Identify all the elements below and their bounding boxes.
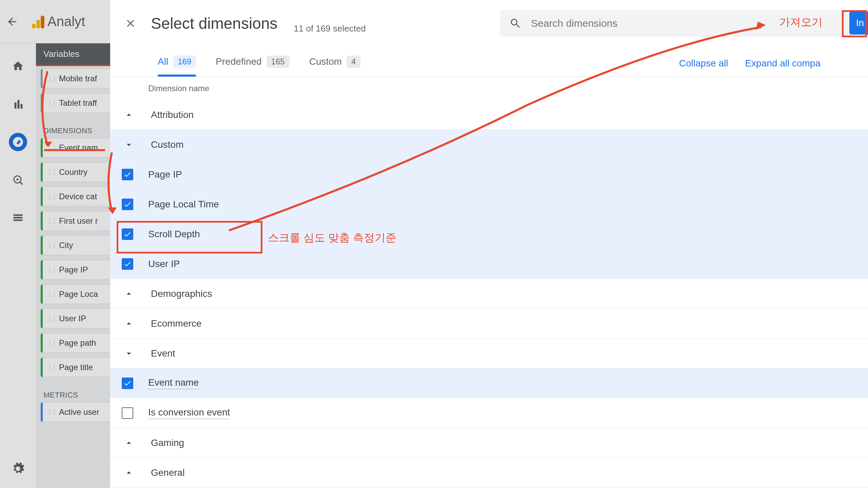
select-dimensions-dialog: Select dimensions 11 of 169 selected In … bbox=[110, 0, 868, 488]
chevron-down-icon bbox=[122, 346, 136, 361]
filter-tabs: All169 Predefined165 Custom4 Collapse al… bbox=[110, 43, 868, 77]
item-event-name[interactable]: Event name bbox=[110, 368, 868, 398]
group-demographics[interactable]: Demographics bbox=[110, 279, 868, 309]
close-button[interactable] bbox=[122, 15, 139, 32]
search-input[interactable] bbox=[531, 18, 846, 29]
checkbox-checked[interactable] bbox=[122, 199, 133, 210]
checkbox-checked[interactable] bbox=[122, 228, 133, 240]
chevron-up-icon bbox=[122, 466, 136, 480]
chevron-down-icon bbox=[122, 138, 136, 152]
group-event[interactable]: Event bbox=[110, 339, 868, 368]
chevron-up-icon bbox=[122, 287, 136, 301]
import-button[interactable]: In bbox=[849, 12, 868, 35]
item-page-ip[interactable]: Page IP bbox=[110, 160, 868, 189]
item-user-ip[interactable]: User IP bbox=[110, 249, 868, 279]
group-attribution[interactable]: Attribution bbox=[110, 100, 868, 130]
checkbox-checked[interactable] bbox=[122, 378, 133, 389]
dialog-subtitle: 11 of 169 selected bbox=[294, 23, 366, 37]
chevron-up-icon bbox=[122, 436, 136, 450]
checkbox-checked[interactable] bbox=[122, 258, 133, 270]
search-box[interactable] bbox=[500, 10, 856, 37]
group-ecommerce[interactable]: Ecommerce bbox=[110, 309, 868, 339]
close-icon bbox=[124, 17, 137, 29]
tab-predefined[interactable]: Predefined165 bbox=[216, 50, 289, 77]
tab-custom[interactable]: Custom4 bbox=[309, 50, 361, 77]
collapse-all-button[interactable]: Collapse all bbox=[679, 58, 728, 69]
group-custom[interactable]: Custom bbox=[110, 130, 868, 160]
item-is-conversion-event[interactable]: Is conversion event bbox=[110, 398, 868, 428]
group-gaming[interactable]: Gaming bbox=[110, 428, 868, 458]
expand-all-button[interactable]: Expand all compa bbox=[745, 58, 821, 69]
search-icon bbox=[509, 17, 521, 29]
chevron-up-icon bbox=[122, 317, 136, 331]
item-page-local-time[interactable]: Page Local Time bbox=[110, 189, 868, 219]
chevron-up-icon bbox=[122, 108, 136, 122]
checkbox-checked[interactable] bbox=[122, 169, 133, 180]
group-general[interactable]: General bbox=[110, 458, 868, 488]
dimensions-list: Attribution Custom Page IP Page Local Ti… bbox=[110, 100, 868, 488]
dialog-title: Select dimensions bbox=[151, 14, 277, 33]
tab-all[interactable]: All169 bbox=[158, 50, 196, 77]
column-header: Dimension name bbox=[110, 77, 868, 100]
item-scroll-depth[interactable]: Scroll Depth bbox=[110, 219, 868, 249]
checkbox-unchecked[interactable] bbox=[122, 407, 133, 419]
annotation-underline bbox=[44, 149, 105, 151]
